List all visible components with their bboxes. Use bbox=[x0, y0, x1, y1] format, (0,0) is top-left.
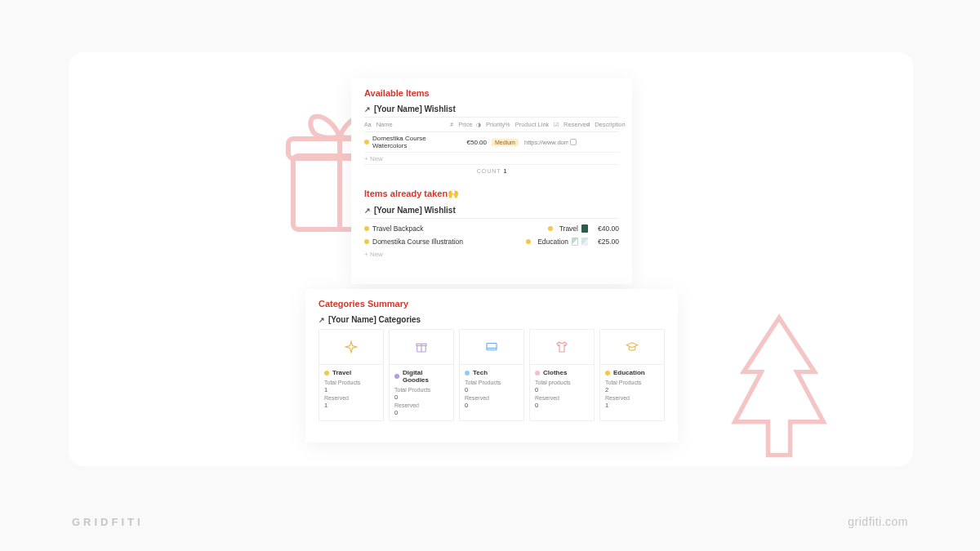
brand-url-text: gridfiti.com bbox=[848, 515, 908, 528]
available-subtitle: [Your Name] Wishlist bbox=[374, 104, 456, 113]
reserved-value: 0 bbox=[394, 409, 448, 416]
total-value: 0 bbox=[394, 393, 448, 401]
count-footer: COUNT 1 bbox=[364, 164, 619, 177]
table-header-row: Aa Name # Price ◑ Priority % Product Lin… bbox=[364, 117, 619, 132]
graduation-cap-icon bbox=[625, 340, 639, 354]
cell-link[interactable]: https://www.domes bbox=[524, 139, 580, 146]
link-arrow-icon: ↗ bbox=[318, 316, 325, 324]
category-dot-icon bbox=[526, 239, 531, 244]
reserved-value: 1 bbox=[324, 402, 378, 409]
category-label: Education bbox=[537, 238, 568, 246]
price-label: €40.00 bbox=[591, 224, 619, 233]
col-reserved[interactable]: ☑ Reserved bbox=[554, 121, 586, 128]
col-priority[interactable]: ◑ Priority bbox=[476, 121, 505, 128]
wishlist-panel: Available Items ↗ [Your Name] Wishlist A… bbox=[351, 78, 632, 284]
taken-subtitle: [Your Name] Wishlist bbox=[374, 206, 456, 215]
shirt-icon bbox=[555, 340, 569, 354]
category-dot-icon bbox=[465, 371, 470, 375]
categories-heading: Categories Summary bbox=[318, 299, 665, 309]
reserved-value: 1 bbox=[605, 402, 659, 409]
priority-tag: Medium bbox=[492, 139, 519, 146]
link-copy-icon[interactable] bbox=[570, 139, 577, 145]
reserved-label: Reserved bbox=[535, 395, 589, 401]
category-dot-icon bbox=[324, 371, 329, 375]
category-cards-row: Travel Total Products 1 Reserved 1 Digit… bbox=[318, 329, 665, 421]
cell-price: €50.00 bbox=[462, 139, 492, 146]
categories-subtitle: [Your Name] Categories bbox=[328, 315, 421, 324]
category-label: Travel bbox=[559, 224, 578, 233]
categories-link[interactable]: ↗ [Your Name] Categories bbox=[318, 315, 665, 324]
reserved-label: Reserved bbox=[605, 395, 659, 401]
total-label: Total Products bbox=[465, 380, 519, 385]
reserved-label: Reserved bbox=[465, 395, 519, 401]
tree-bg-illustration bbox=[722, 311, 836, 466]
product-thumb-icon bbox=[581, 238, 588, 246]
category-card-digital[interactable]: Digital Goodies Total Products 0 Reserve… bbox=[389, 329, 454, 421]
total-label: Total products bbox=[535, 380, 589, 385]
category-dot-icon bbox=[394, 374, 399, 379]
total-value: 0 bbox=[465, 386, 519, 393]
table-row[interactable]: Domestika Course Watercolors €50.00 Medi… bbox=[364, 132, 619, 153]
status-dot-icon bbox=[364, 226, 369, 231]
device-icon bbox=[484, 340, 499, 354]
product-thumb-icon bbox=[581, 224, 588, 233]
cell-priority: Medium bbox=[492, 139, 524, 146]
taken-wishlist-link[interactable]: ↗ [Your Name] Wishlist bbox=[364, 206, 619, 215]
total-label: Total Products bbox=[394, 387, 448, 393]
category-card-clothes[interactable]: Clothes Total products 0 Reserved 0 bbox=[529, 329, 595, 421]
reserved-label: Reserved bbox=[324, 395, 378, 401]
cell-name: Domestika Course Watercolors bbox=[364, 135, 462, 149]
category-card-tech[interactable]: Tech Total Products 0 Reserved 0 bbox=[459, 329, 524, 421]
gift-icon bbox=[414, 340, 429, 354]
col-name[interactable]: Aa Name bbox=[364, 121, 450, 128]
svg-rect-6 bbox=[487, 344, 497, 350]
total-value: 2 bbox=[605, 386, 659, 393]
link-arrow-icon: ↗ bbox=[364, 105, 371, 113]
col-price[interactable]: # Price bbox=[450, 121, 476, 128]
taken-items-heading: Items already taken🙌 bbox=[364, 189, 619, 199]
plane-icon bbox=[344, 340, 359, 354]
categories-panel: Categories Summary ↗ [Your Name] Categor… bbox=[305, 289, 678, 442]
category-card-education[interactable]: Education Total Products 2 Reserved 1 bbox=[599, 329, 665, 421]
category-dot-icon bbox=[548, 226, 553, 231]
reserved-value: 0 bbox=[535, 402, 589, 409]
status-dot-icon bbox=[364, 239, 369, 244]
available-wishlist-link[interactable]: ↗ [Your Name] Wishlist bbox=[364, 104, 619, 113]
total-value: 1 bbox=[324, 386, 378, 393]
available-items-heading: Available Items bbox=[364, 88, 619, 98]
new-row-button[interactable]: + New bbox=[364, 153, 619, 165]
list-item[interactable]: Domestika Course Illustration Education … bbox=[364, 235, 619, 248]
total-label: Total Products bbox=[605, 380, 659, 385]
status-dot-icon bbox=[364, 140, 369, 144]
reserved-value: 0 bbox=[465, 402, 519, 409]
new-row-button[interactable]: + New bbox=[364, 248, 619, 260]
total-value: 0 bbox=[535, 386, 589, 393]
list-item[interactable]: Travel Backpack Travel €40.00 bbox=[364, 222, 619, 235]
showcase-card: Available Items ↗ [Your Name] Wishlist A… bbox=[69, 52, 913, 466]
col-product-link[interactable]: % Product Link bbox=[505, 121, 554, 128]
col-description[interactable]: ≡ Description bbox=[586, 121, 619, 128]
link-arrow-icon: ↗ bbox=[364, 207, 371, 215]
category-dot-icon bbox=[605, 371, 610, 375]
total-label: Total Products bbox=[324, 380, 378, 385]
price-label: €25.00 bbox=[591, 238, 619, 246]
category-card-travel[interactable]: Travel Total Products 1 Reserved 1 bbox=[318, 329, 384, 421]
brand-logo-text: GRIDFITI bbox=[72, 516, 144, 528]
product-thumb-icon bbox=[572, 238, 578, 246]
reserved-label: Reserved bbox=[394, 402, 448, 408]
category-dot-icon bbox=[535, 371, 540, 375]
